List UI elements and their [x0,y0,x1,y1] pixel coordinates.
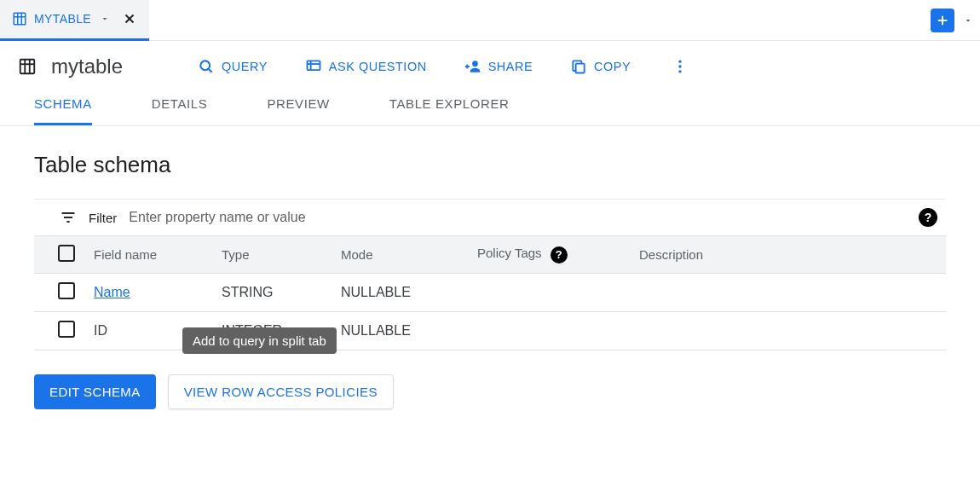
help-icon[interactable]: ? [551,246,568,263]
tooltip: Add to query in split tab [182,327,337,354]
copy-icon [570,58,587,75]
table-row: ID INTEGER NULLABLE [34,312,946,350]
table-row: Name STRING NULLABLE [34,274,946,312]
table-icon [12,11,27,26]
field-policy [477,274,639,312]
tab-details[interactable]: DETAILS [152,84,208,125]
field-name: ID [94,323,107,338]
page-title: mytable [51,55,123,78]
tab-preview[interactable]: PREVIEW [267,84,329,125]
ask-question-button[interactable]: ASK QUESTION [305,58,427,75]
filter-label: Filter [89,211,117,225]
header-actions: QUERY ASK QUESTION SHARE COPY [198,58,689,75]
svg-line-13 [209,69,212,72]
close-icon[interactable] [122,11,137,26]
svg-point-21 [679,70,682,72]
copy-button[interactable]: COPY [570,58,631,75]
col-header-policy: Policy Tags ? [477,236,639,274]
row-checkbox[interactable] [58,321,75,338]
field-description [639,274,946,312]
filter-input[interactable] [129,210,907,225]
col-header-field-name: Field name [94,236,222,274]
editor-tab-mytable[interactable]: MYTABLE [0,0,149,41]
edit-schema-button[interactable]: EDIT SCHEMA [34,374,156,409]
page-header: mytable QUERY ASK QUESTION SHARE COPY [0,41,980,84]
chevron-down-icon[interactable] [100,14,110,24]
new-tab-button[interactable] [931,9,954,32]
svg-point-12 [200,61,210,70]
field-description [639,312,946,350]
field-mode: NULLABLE [341,312,477,350]
filter-icon [60,209,77,226]
svg-point-20 [679,65,682,67]
svg-rect-0 [14,13,26,25]
col-header-description: Description [639,236,946,274]
action-buttons: EDIT SCHEMA VIEW ROW ACCESS POLICIES [34,374,946,409]
tab-schema[interactable]: SCHEMA [34,84,92,125]
tab-table-explorer[interactable]: TABLE EXPLORER [389,84,510,125]
person-add-icon [464,58,481,75]
filter-row: Filter ? [34,199,946,235]
editor-tabbar: MYTABLE [0,0,980,41]
query-button[interactable]: QUERY [198,58,268,75]
section-title: Table schema [34,152,946,178]
col-header-type: Type [222,236,341,274]
more-menu-icon[interactable] [672,58,689,75]
field-name-link[interactable]: Name [94,285,130,299]
tab-label: MYTABLE [34,12,91,26]
field-policy [477,312,639,350]
table-icon [17,56,37,77]
share-button[interactable]: SHARE [464,58,533,75]
table-header-row: Field name Type Mode Policy Tags ? Descr… [34,236,946,274]
field-type: STRING [222,274,341,312]
field-mode: NULLABLE [341,274,477,312]
view-row-access-policies-button[interactable]: VIEW ROW ACCESS POLICIES [168,374,394,409]
svg-point-19 [679,61,682,63]
chat-icon [305,58,322,75]
svg-rect-8 [20,60,35,74]
svg-point-17 [472,61,478,67]
schema-table: Field name Type Mode Policy Tags ? Descr… [34,235,946,350]
col-header-mode: Mode [341,236,477,274]
detail-subtabs: SCHEMA DETAILS PREVIEW TABLE EXPLORER [0,84,980,126]
schema-content: Table schema Filter ? Field name Type Mo… [0,126,980,435]
help-icon[interactable]: ? [919,208,937,227]
tabbar-menu-icon[interactable] [960,15,980,26]
svg-rect-14 [307,61,320,70]
select-all-checkbox[interactable] [58,245,75,262]
row-checkbox[interactable] [58,282,75,299]
search-icon [198,58,215,75]
svg-rect-18 [576,64,585,73]
